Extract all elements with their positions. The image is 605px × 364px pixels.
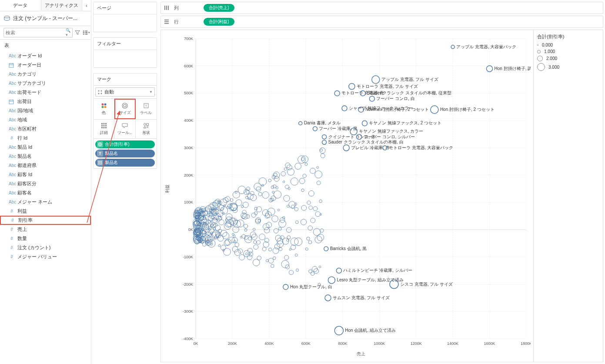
field-item[interactable]: #利益 — [0, 207, 91, 216]
svg-text:1400K: 1400K — [447, 341, 458, 346]
mark-color-button[interactable]: 色 — [94, 99, 114, 119]
svg-point-23 — [122, 103, 127, 108]
search-dropdown-icon[interactable]: 🔍▾ — [66, 28, 70, 37]
field-item[interactable]: #行 Id — [0, 134, 91, 143]
field-item[interactable]: Abc顧客名 — [0, 188, 91, 197]
view-toggle-icon[interactable]: ▾ — [82, 28, 90, 37]
svg-point-432 — [301, 219, 306, 225]
field-item[interactable]: #注文 (カウント) — [0, 243, 91, 252]
svg-text:Hon 肘掛け椅子, 調整可能: Hon 肘掛け椅子, 調整可能 — [495, 66, 531, 71]
chart-container[interactable]: 0K200K400K600K800K1000K1200K1400K1600K18… — [161, 30, 533, 362]
mark-size-button[interactable]: サイズ — [114, 99, 135, 119]
svg-point-181 — [211, 224, 214, 227]
field-item[interactable]: #数量 — [0, 234, 91, 243]
svg-point-279 — [303, 174, 306, 177]
field-item[interactable]: Abc市区町村 — [0, 124, 91, 134]
rows-label: 行 — [174, 19, 200, 25]
svg-text:0K: 0K — [193, 341, 198, 346]
svg-text:フーバー コンロ, シルバー: フーバー コンロ, シルバー — [364, 134, 415, 139]
svg-point-479 — [258, 192, 262, 196]
rows-pill[interactable]: 合計(利益) — [204, 18, 234, 26]
field-item[interactable]: Abcサブカテゴリ — [0, 79, 91, 88]
svg-point-173 — [205, 206, 211, 212]
collapse-sidebar-button[interactable]: ‹ — [82, 0, 91, 11]
svg-point-474 — [244, 250, 250, 257]
field-item[interactable]: Abc製品名 — [0, 152, 91, 161]
tab-analytics[interactable]: アナリティクス — [41, 0, 83, 11]
svg-point-19 — [101, 104, 104, 106]
svg-rect-11 — [9, 100, 13, 104]
field-item[interactable]: Abc国/地域 — [0, 106, 91, 115]
columns-label: 列 — [174, 5, 200, 11]
filters-shelf-title: フィルター — [94, 38, 157, 50]
svg-point-475 — [319, 266, 321, 268]
mark-pill[interactable]: T製品名 — [95, 150, 155, 157]
legend-item: 1.000 — [537, 49, 599, 54]
marks-type-selector[interactable]: 自動 ▼ — [95, 87, 155, 97]
field-list: Abcオーダー Idオーダー日AbcカテゴリAbcサブカテゴリAbc出荷モード出… — [0, 51, 91, 364]
field-item[interactable]: Abc地域 — [0, 115, 91, 124]
filter-fields-icon[interactable] — [74, 28, 80, 37]
svg-point-394 — [253, 228, 255, 231]
datasource-row[interactable]: 注文 (サンプル - スーパー... — [0, 11, 91, 26]
pages-shelf[interactable]: ページ — [93, 2, 157, 32]
filters-shelf[interactable]: フィルター — [93, 37, 157, 68]
svg-point-221 — [254, 183, 261, 190]
field-item[interactable]: Abcカテゴリ — [0, 70, 91, 79]
svg-point-424 — [262, 247, 266, 251]
field-item[interactable]: オーダー日 — [0, 60, 91, 70]
svg-text:0K: 0K — [188, 227, 193, 232]
svg-point-389 — [225, 197, 231, 202]
mark-detail-button[interactable]: 詳細 — [94, 120, 114, 138]
size-legend[interactable]: 合計(割引率) 0.0001.0002.0003.000 — [533, 30, 603, 362]
tab-data[interactable]: データ — [0, 0, 41, 11]
svg-point-468 — [208, 227, 214, 234]
field-item[interactable]: Abc都道府県 — [0, 161, 91, 170]
field-item[interactable]: Abcオーダー Id — [0, 51, 91, 60]
svg-point-505 — [299, 121, 302, 125]
columns-shelf[interactable]: 列 合計(売上) — [160, 2, 603, 14]
field-item[interactable]: Abc出荷モード — [0, 88, 91, 97]
svg-point-251 — [287, 165, 292, 170]
field-item[interactable]: #割引率 — [0, 216, 91, 225]
field-item[interactable]: #メジャー バリュー — [0, 252, 91, 261]
datasource-icon — [3, 15, 10, 22]
svg-text:シスコ 充電器, フル サイズ: シスコ 充電器, フル サイズ — [400, 282, 453, 287]
svg-point-24 — [124, 104, 126, 107]
svg-text:1600K: 1600K — [484, 341, 495, 346]
search-input[interactable] — [6, 30, 66, 35]
field-item[interactable]: Abc顧客区分 — [0, 179, 91, 188]
svg-point-384 — [246, 190, 250, 194]
svg-point-391 — [272, 216, 278, 222]
svg-point-285 — [233, 226, 239, 232]
mark-shape-button[interactable]: 形状 — [136, 120, 157, 138]
svg-point-523 — [336, 268, 341, 273]
svg-rect-37 — [147, 124, 149, 126]
cards-pane: ページ フィルター マーク 自動 ▼ 色 サイズ — [91, 0, 159, 364]
rows-icon — [164, 19, 170, 25]
detail-icon — [100, 122, 107, 129]
rows-shelf[interactable]: 行 合計(利益) — [160, 16, 603, 28]
svg-text:キヤノン 無線ファックス, 2 つセット: キヤノン 無線ファックス, 2 つセット — [369, 120, 441, 125]
field-item[interactable]: Abc顧客 Id — [0, 170, 91, 179]
field-item[interactable]: #売上 — [0, 225, 91, 234]
svg-point-128 — [311, 272, 314, 275]
field-item[interactable]: 出荷日 — [0, 97, 91, 106]
svg-point-339 — [262, 192, 269, 199]
svg-point-197 — [251, 213, 256, 217]
svg-rect-3 — [83, 34, 85, 35]
mark-pill[interactable]: 製品名 — [95, 159, 155, 167]
svg-text:モトローラ 充電器, フル サイズ: モトローラ 充電器, フル サイズ — [357, 84, 418, 89]
svg-rect-34 — [103, 127, 104, 128]
field-item[interactable]: Abc製品 Id — [0, 143, 91, 152]
mark-pill[interactable]: 合計(割引率) — [95, 140, 155, 148]
columns-pill[interactable]: 合計(売上) — [204, 4, 234, 12]
mark-tooltip-button[interactable]: ツール... — [114, 120, 135, 138]
svg-rect-42 — [101, 161, 102, 162]
mark-label-button[interactable]: T ラベル — [136, 99, 157, 119]
svg-text:-100K: -100K — [183, 255, 193, 259]
svg-text:サムスン 充電器, フル サイズ: サムスン 充電器, フル サイズ — [333, 295, 390, 300]
field-item[interactable]: Abcメジャー ネーム — [0, 197, 91, 207]
svg-point-322 — [217, 235, 223, 241]
svg-point-149 — [244, 189, 249, 195]
